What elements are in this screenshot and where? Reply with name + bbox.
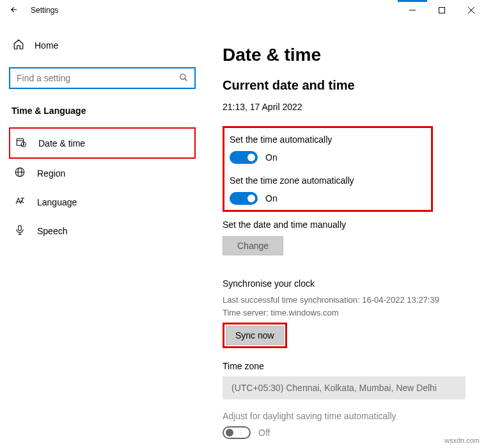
dst-label: Adjust for daylight saving time automati… bbox=[223, 411, 468, 421]
category-header: Time & Language bbox=[9, 106, 196, 116]
home-icon bbox=[13, 38, 24, 52]
sync-server-line: Time server: time.windows.com bbox=[223, 307, 468, 319]
timezone-select[interactable]: (UTC+05:30) Chennai, Kolkata, Mumbai, Ne… bbox=[223, 376, 466, 399]
auto-time-state: On bbox=[265, 152, 278, 163]
maximize-button[interactable] bbox=[427, 0, 457, 20]
sync-now-button[interactable]: Sync now bbox=[226, 326, 284, 345]
microphone-icon bbox=[14, 224, 26, 237]
current-datetime-header: Current date and time bbox=[223, 78, 468, 93]
svg-line-5 bbox=[185, 78, 187, 81]
globe-icon bbox=[14, 166, 26, 180]
sidebar: Home Time & Language Date & time Region bbox=[0, 20, 205, 448]
window-controls bbox=[398, 0, 486, 20]
page-title: Date & time bbox=[223, 45, 468, 65]
main-content: Date & time Current date and time 21:13,… bbox=[205, 20, 486, 448]
highlight-auto-settings: Set the time automatically On Set the ti… bbox=[223, 126, 433, 212]
window-title: Settings bbox=[31, 6, 58, 15]
search-input[interactable] bbox=[17, 73, 179, 83]
nav-label: Language bbox=[37, 197, 77, 207]
sync-last-line: Last successful time synchronisation: 16… bbox=[223, 294, 468, 307]
svg-rect-14 bbox=[19, 225, 22, 230]
auto-time-toggle[interactable] bbox=[230, 151, 258, 164]
highlight-sync: Sync now bbox=[223, 323, 287, 348]
nav-language[interactable]: Language bbox=[9, 188, 196, 216]
titlebar: Settings bbox=[0, 0, 486, 20]
close-button[interactable] bbox=[457, 0, 486, 20]
back-button[interactable] bbox=[5, 5, 23, 16]
nav-label: Region bbox=[37, 168, 65, 179]
watermark: wsxdn.com bbox=[444, 436, 480, 444]
svg-line-10 bbox=[24, 145, 25, 145]
home-label: Home bbox=[35, 40, 58, 51]
minimize-button[interactable] bbox=[398, 0, 427, 20]
nav-label: Date & time bbox=[38, 138, 85, 148]
search-icon bbox=[179, 73, 188, 84]
auto-tz-toggle[interactable] bbox=[230, 192, 258, 205]
manual-datetime-label: Set the date and time manually bbox=[223, 220, 468, 230]
dst-state: Off bbox=[258, 428, 270, 438]
auto-time-label: Set the time automatically bbox=[230, 134, 354, 145]
language-icon bbox=[14, 195, 26, 209]
clock-calendar-icon bbox=[15, 136, 27, 150]
timezone-value: (UTC+05:30) Chennai, Kolkata, Mumbai, Ne… bbox=[231, 383, 437, 393]
change-button[interactable]: Change bbox=[223, 236, 283, 255]
nav-region[interactable]: Region bbox=[9, 159, 196, 188]
auto-tz-label: Set the time zone automatically bbox=[230, 175, 354, 186]
nav-speech[interactable]: Speech bbox=[9, 216, 196, 245]
auto-tz-state: On bbox=[265, 193, 278, 204]
dst-toggle bbox=[223, 426, 251, 439]
current-datetime-value: 21:13, 17 April 2022 bbox=[223, 102, 468, 112]
nav-label: Speech bbox=[37, 226, 67, 236]
search-box[interactable] bbox=[9, 67, 196, 89]
home-nav[interactable]: Home bbox=[9, 33, 196, 57]
svg-point-4 bbox=[180, 74, 185, 79]
timezone-header: Time zone bbox=[223, 361, 468, 371]
sync-header: Synchronise your clock bbox=[223, 278, 468, 289]
svg-rect-1 bbox=[439, 8, 445, 13]
nav-date-time[interactable]: Date & time bbox=[9, 127, 196, 159]
